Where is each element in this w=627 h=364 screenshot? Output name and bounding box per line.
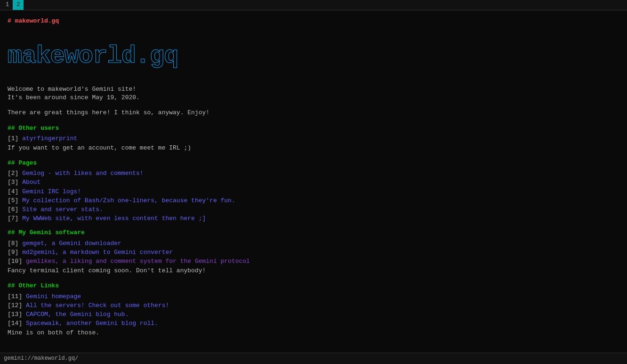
link-line-14: [14] Spacewalk, another Gemini blog roll… <box>8 319 619 328</box>
link-line-4: [4] Gemini IRC logs! <box>8 188 619 196</box>
status-bar: gemini://makeworld.gq/ <box>0 353 627 364</box>
link-line-8: [8] gemget, a Gemini downloader <box>8 239 619 248</box>
link-13[interactable]: CAPCOM, the Gemini blog hub. <box>26 311 129 318</box>
gemini-software-note: Fancy terminal client coming soon. Don't… <box>8 267 619 275</box>
welcome-block: Welcome to makeworld's Gemini site! It's… <box>8 85 619 102</box>
link-line-13: [13] CAPCOM, the Gemini blog hub. <box>8 310 619 319</box>
welcome-line1: Welcome to makeworld's Gemini site! <box>8 85 619 94</box>
link-2[interactable]: Gemlog - with likes and comments! <box>22 170 143 177</box>
link-line-1: [1] atyrfingerprint <box>8 135 619 143</box>
enjoy-line: There are great things here! I think so,… <box>8 109 619 117</box>
main-content: # makeworld.gq makeworld.gq Welcome to m… <box>0 10 627 350</box>
link-8[interactable]: gemget, a Gemini downloader <box>22 240 121 247</box>
link-line-12: [12] All the servers! Check out some oth… <box>8 301 619 310</box>
link-14[interactable]: Spacewalk, another Gemini blog roll. <box>26 320 158 327</box>
link-5[interactable]: My collection of Bash/Zsh one-liners, be… <box>22 197 235 204</box>
section-header-other-users: ## Other users <box>8 124 619 133</box>
section-other-users: ## Other users [1] atyrfingerprint If yo… <box>8 124 619 153</box>
link-1[interactable]: atyrfingerprint <box>22 135 77 142</box>
section-gemini-software: ## My Gemini software [8] gemget, a Gemi… <box>8 229 619 275</box>
other-links-note: Mine is on both of those. <box>8 329 619 337</box>
link-3[interactable]: About <box>22 179 40 186</box>
logo-block: makeworld.gq <box>8 40 619 74</box>
tab-2[interactable]: 2 <box>13 0 24 10</box>
link-9[interactable]: md2gemini, a markdown to Gemini converte… <box>22 249 173 256</box>
other-users-note: If you want to get an account, come meet… <box>8 144 619 152</box>
link-11[interactable]: Gemini homepage <box>26 293 81 300</box>
section-other-links: ## Other Links [11] Gemini homepage [12]… <box>8 282 619 337</box>
section-pages: ## Pages [2] Gemlog - with likes and com… <box>8 159 619 223</box>
link-line-6: [6] Site and server stats. <box>8 206 619 214</box>
section-header-pages: ## Pages <box>8 159 619 167</box>
link-line-2: [2] Gemlog - with likes and comments! <box>8 169 619 178</box>
link-line-9: [9] md2gemini, a markdown to Gemini conv… <box>8 248 619 257</box>
section-header-other-links: ## Other Links <box>8 282 619 290</box>
status-url: gemini://makeworld.gq/ <box>4 355 78 362</box>
section-header-gemini-software: ## My Gemini software <box>8 229 619 237</box>
link-line-5: [5] My collection of Bash/Zsh one-liners… <box>8 197 619 205</box>
link-line-3: [3] About <box>8 178 619 187</box>
tab-1[interactable]: 1 <box>2 0 13 10</box>
link-10[interactable]: gemlikes, a liking and comment system fo… <box>26 258 250 265</box>
link-12[interactable]: All the servers! Check out some others! <box>26 302 169 309</box>
link-line-7: [7] My WWWeb site, with even less conten… <box>8 214 619 223</box>
tab-bar: 1 2 <box>0 0 627 10</box>
link-line-11: [11] Gemini homepage <box>8 293 619 301</box>
link-4[interactable]: Gemini IRC logs! <box>22 188 81 195</box>
welcome-line2: It's been around since May 19, 2020. <box>8 94 619 102</box>
link-line-10: [10] gemlikes, a liking and comment syst… <box>8 257 619 266</box>
page-heading: # makeworld.gq <box>8 17 619 25</box>
link-7[interactable]: My WWWeb site, with even less content th… <box>22 215 206 222</box>
logo: makeworld.gq <box>8 40 178 74</box>
link-6[interactable]: Site and server stats. <box>22 206 103 213</box>
